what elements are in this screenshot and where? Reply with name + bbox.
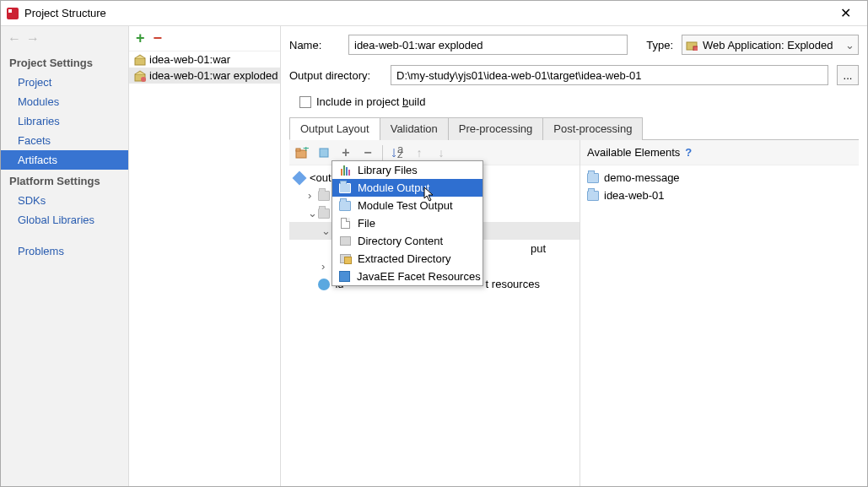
popup-label: File	[358, 217, 375, 230]
layout-tree: <out › M ⌄ W ⌄	[289, 165, 580, 486]
add-artifact-icon[interactable]: +	[136, 30, 145, 47]
nav-item-project[interactable]: Project	[1, 73, 128, 92]
name-label: Name:	[289, 39, 340, 51]
name-field[interactable]	[348, 35, 628, 55]
tab-pre-processing[interactable]: Pre-processing	[448, 117, 543, 140]
popup-module-output[interactable]: Module Output	[332, 179, 483, 197]
type-select[interactable]: Web Application: Exploded ⌄	[682, 35, 859, 55]
war-archive-icon	[134, 54, 146, 66]
add-copy-icon[interactable]: +	[338, 145, 353, 160]
artifact-item[interactable]: idea-web-01:war exploded	[129, 68, 280, 84]
svg-rect-1	[8, 9, 12, 13]
popup-file[interactable]: File	[332, 214, 483, 232]
nav-history: ← →	[1, 26, 128, 51]
popup-label: Directory Content	[358, 235, 443, 247]
sort-icon[interactable]: az	[390, 145, 405, 160]
add-copy-popup: Library Files Module Output Module Test …	[332, 160, 483, 286]
available-elements-column: Available Elements ? demo-message idea-w…	[580, 140, 859, 486]
folder-icon	[318, 208, 330, 219]
tree-label-suffix: t resources	[486, 278, 540, 290]
available-header-label: Available Elements	[587, 146, 680, 159]
nav-back-icon[interactable]: ←	[8, 31, 21, 46]
include-build-checkbox[interactable]	[299, 96, 311, 108]
remove-icon[interactable]: −	[360, 145, 375, 160]
module-test-icon	[339, 200, 351, 212]
titlebar: Project Structure ✕	[1, 1, 867, 26]
file-icon	[339, 218, 351, 230]
name-row: Name: Type: Web Application: Exploded ⌄	[289, 35, 859, 55]
artifact-label: idea-web-01:war exploded	[149, 69, 278, 82]
include-build-label: Include in project build	[316, 95, 425, 108]
output-dir-field[interactable]	[391, 65, 828, 85]
nav-item-libraries[interactable]: Libraries	[1, 111, 128, 131]
popup-module-test-output[interactable]: Module Test Output	[332, 197, 483, 214]
close-icon[interactable]: ✕	[828, 5, 862, 21]
toolbar-separator	[382, 145, 383, 160]
output-dir-row: Output directory: ...	[289, 65, 859, 85]
artifacts-list: idea-web-01:war idea-web-01:war exploded	[129, 51, 280, 486]
nav-section-project: Project Settings	[1, 51, 128, 73]
nav-section-platform: Platform Settings	[1, 170, 128, 191]
collapse-icon[interactable]: ⌄	[308, 207, 318, 219]
output-area: + + − az ↑ ↓ <out	[289, 140, 859, 486]
war-exploded-icon	[134, 70, 146, 82]
svg-point-4	[141, 77, 146, 82]
extracted-dir-icon	[339, 253, 351, 265]
module-icon	[587, 191, 599, 201]
nav-item-global-libraries[interactable]: Global Libraries	[1, 210, 128, 230]
artifacts-toolbar: + −	[129, 26, 280, 51]
main-column: Name: Type: Web Application: Exploded ⌄ …	[281, 26, 867, 486]
browse-button[interactable]: ...	[837, 65, 859, 85]
project-structure-window: Project Structure ✕ ← → Project Settings…	[0, 0, 868, 487]
output-root-icon	[293, 170, 307, 185]
artifact-label: idea-web-01:war	[149, 53, 230, 66]
output-dir-label: Output directory:	[289, 69, 382, 82]
help-icon[interactable]: ?	[685, 146, 692, 159]
expand-icon[interactable]: ›	[308, 189, 318, 202]
app-icon	[6, 7, 19, 20]
nav-item-problems[interactable]: Problems	[1, 241, 128, 261]
available-item[interactable]: idea-web-01	[580, 187, 859, 204]
tab-bar: Output Layout Validation Pre-processing …	[289, 116, 859, 140]
available-item-label: idea-web-01	[604, 189, 665, 202]
svg-rect-2	[135, 58, 145, 65]
nav-item-artifacts[interactable]: Artifacts	[1, 150, 128, 170]
tree-label: <out	[310, 171, 332, 184]
type-label: Type:	[646, 39, 673, 51]
nav-forward-icon[interactable]: →	[26, 31, 40, 46]
remove-artifact-icon[interactable]: −	[154, 30, 163, 47]
nav-item-sdks[interactable]: SDKs	[1, 191, 128, 210]
nav-item-modules[interactable]: Modules	[1, 92, 128, 111]
expand-icon[interactable]: ›	[321, 260, 332, 273]
available-list: demo-message idea-web-01	[580, 165, 859, 486]
svg-text:+: +	[303, 147, 309, 154]
javaee-icon	[339, 271, 350, 283]
move-down-icon[interactable]: ↓	[434, 145, 449, 160]
new-folder-icon[interactable]: +	[294, 145, 310, 160]
popup-library-files[interactable]: Library Files	[332, 161, 483, 179]
tab-validation[interactable]: Validation	[380, 117, 449, 140]
window-title: Project Structure	[24, 7, 828, 19]
popup-extracted-directory[interactable]: Extracted Directory	[332, 250, 483, 268]
include-build-row[interactable]: Include in project build	[289, 95, 859, 108]
web-facet-icon	[318, 279, 330, 290]
layout-column: + + − az ↑ ↓ <out	[289, 140, 580, 486]
popup-directory-content[interactable]: Directory Content	[332, 232, 483, 250]
move-up-icon[interactable]: ↑	[412, 145, 427, 160]
popup-label: Extracted Directory	[358, 252, 451, 265]
collapse-icon[interactable]: ⌄	[321, 225, 332, 237]
tab-output-layout[interactable]: Output Layout	[289, 117, 380, 140]
artifact-item[interactable]: idea-web-01:war	[129, 51, 280, 68]
popup-label: Library Files	[358, 164, 418, 176]
nav-item-facets[interactable]: Facets	[1, 131, 128, 150]
library-icon	[339, 165, 351, 176]
svg-rect-10	[320, 149, 328, 157]
popup-javaee-facet[interactable]: JavaEE Facet Resources	[332, 268, 483, 285]
tab-post-processing[interactable]: Post-processing	[542, 117, 643, 140]
tree-label: put	[531, 242, 546, 255]
module-icon	[339, 182, 351, 194]
new-archive-icon[interactable]	[316, 145, 332, 160]
artifacts-column: + − idea-web-01:war idea-web-01:war expl…	[129, 26, 281, 486]
svg-rect-6	[693, 46, 698, 51]
available-item[interactable]: demo-message	[580, 169, 859, 187]
